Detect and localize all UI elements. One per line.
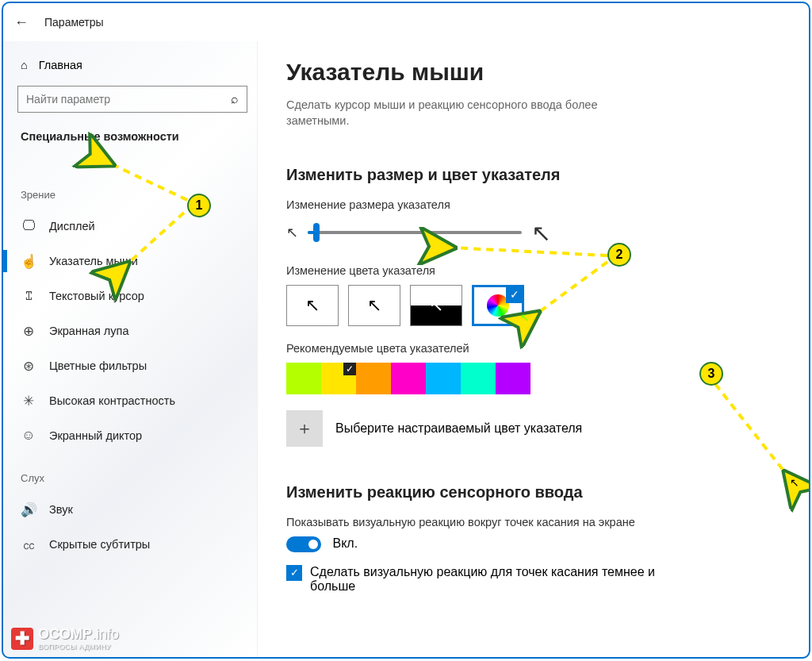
cursor-small-icon: ↖ [286, 224, 298, 241]
sidebar-section-title: Специальные возможности [17, 130, 257, 143]
watermark-logo: ✚ OCOMP.info ВОПРОСЫ АДМИНУ [11, 626, 119, 651]
back-button[interactable]: ← [14, 14, 29, 31]
color-label: Изменение цвета указателя [286, 264, 769, 277]
contrast-icon: ✳ [21, 393, 36, 409]
arrow-icon: ↖ [429, 295, 443, 316]
darker-feedback-checkbox[interactable]: ✓ [286, 565, 302, 581]
color-swatch[interactable] [391, 363, 426, 394]
sidebar-item-contrast[interactable]: ✳Высокая контрастность [17, 383, 257, 418]
sidebar-item-magnifier[interactable]: ⊕Экранная лупа [17, 313, 257, 348]
add-custom-color[interactable]: ＋ [286, 410, 323, 447]
home-label: Главная [39, 59, 82, 71]
size-slider[interactable] [308, 231, 522, 234]
sidebar: ⌂ Главная ⌕ Специальные возможности Зрен… [3, 41, 257, 657]
sidebar-item-cc[interactable]: ㏄Скрытые субтитры [17, 527, 257, 562]
color-swatch[interactable] [426, 363, 461, 394]
cursor-large-icon: ↖ [531, 219, 551, 247]
narrator-icon: ☺ [21, 428, 36, 444]
pointer-icon: ☝ [21, 253, 36, 270]
arrow-icon: ↖ [305, 295, 320, 316]
search-input[interactable] [26, 93, 231, 106]
sidebar-item-text-cursor[interactable]: ꞮТекстовый курсор [17, 279, 257, 313]
audio-icon: 🔊 [21, 502, 36, 518]
cc-icon: ㏄ [21, 536, 36, 554]
color-filters-icon: ⊛ [21, 358, 36, 375]
sidebar-item-display[interactable]: 🖵Дисплей [17, 209, 257, 244]
sidebar-item-narrator[interactable]: ☺Экранный диктор [17, 418, 257, 453]
slider-label: Изменение размера указателя [286, 198, 769, 211]
swatch-row [286, 363, 769, 394]
color-swatch[interactable] [496, 363, 530, 394]
section-touch: Изменить реакцию сенсорного ввода [286, 483, 769, 502]
check-icon: ✓ [506, 286, 523, 303]
toggle-state: Вкл. [332, 536, 358, 550]
page-title: Указатель мыши [286, 59, 769, 86]
pointer-color-black[interactable]: ↖ [348, 285, 400, 326]
group-hearing: Слух [21, 472, 257, 484]
display-icon: 🖵 [21, 218, 36, 234]
sidebar-item-audio[interactable]: 🔊Звук [17, 492, 257, 527]
touch-desc: Показывать визуальную реакцию вокруг точ… [286, 516, 635, 528]
sidebar-home[interactable]: ⌂ Главная [17, 52, 257, 86]
sidebar-item-pointer[interactable]: ☝Указатель мыши [17, 244, 257, 279]
darker-feedback-label: Сделать визуальную реакцию для точек кас… [310, 565, 667, 594]
window-title: Параметры [44, 16, 104, 29]
home-icon: ⌂ [21, 59, 28, 71]
search-input-wrap[interactable]: ⌕ [17, 86, 247, 113]
color-swatch[interactable] [286, 363, 321, 394]
cross-icon: ✚ [11, 628, 33, 650]
pointer-color-white[interactable]: ↖ [286, 285, 339, 326]
recommended-label: Рекомендуемые цвета указателей [286, 342, 769, 355]
color-swatch[interactable] [321, 363, 356, 394]
touch-feedback-toggle[interactable] [286, 536, 321, 552]
pointer-color-custom[interactable]: ✓ [472, 285, 524, 326]
search-icon: ⌕ [231, 92, 239, 106]
color-swatch[interactable] [356, 363, 391, 394]
magnifier-icon: ⊕ [21, 323, 36, 340]
main-content: Указатель мыши Сделать курсор мыши и реа… [257, 41, 809, 657]
arrow-icon: ↖ [367, 295, 381, 316]
color-swatch[interactable] [461, 363, 496, 394]
pointer-color-inverted[interactable]: ↖ [410, 285, 462, 326]
group-vision: Зрение [21, 189, 257, 201]
sidebar-item-color-filters[interactable]: ⊛Цветные фильтры [17, 348, 257, 383]
text-cursor-icon: Ɪ [21, 288, 36, 304]
section-size-color: Изменить размер и цвет указателя [286, 166, 769, 184]
page-desc: Сделать курсор мыши и реакцию сенсорного… [286, 97, 651, 129]
custom-color-label: Выберите настраиваемый цвет указателя [335, 421, 582, 436]
